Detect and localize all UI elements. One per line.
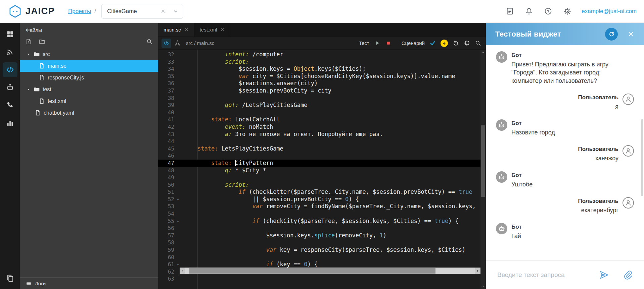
tree-file-chatbot.yaml[interactable]: chatbot.yaml <box>20 107 158 119</box>
code-token: $reactions.answer(city) <box>239 80 318 86</box>
code-line[interactable]: 42 event: noMatch <box>158 123 486 131</box>
code-line[interactable]: 55▾ if (checkCity($parseTree, $session.k… <box>158 218 486 225</box>
widget-close-icon[interactable] <box>627 31 635 38</box>
project-dropdown-icon[interactable] <box>173 8 179 14</box>
channels-icon[interactable] <box>3 45 17 59</box>
code-line[interactable]: 39 go!: /LetsPlayCitiesGame <box>158 102 486 109</box>
horizontal-scrollbar[interactable] <box>180 268 480 274</box>
projects-link[interactable]: Проекты <box>68 8 91 15</box>
project-clear-icon[interactable] <box>160 9 166 14</box>
code-line[interactable]: 38 <box>158 95 486 102</box>
fold-toggle-icon[interactable]: ▾ <box>177 196 179 204</box>
tab-close-icon[interactable] <box>184 27 189 32</box>
account-email-link[interactable]: example@just-ai.com <box>582 8 637 15</box>
code-line[interactable]: 57 $session.keys.splice(removeCity, 1) <box>158 232 486 239</box>
scroll-up-icon[interactable] <box>480 50 486 55</box>
code-line[interactable]: 60 <box>158 254 486 261</box>
tab-close-icon[interactable] <box>220 27 225 32</box>
attach-file-icon[interactable] <box>623 270 633 280</box>
horizontal-scroll-thumb[interactable] <box>189 268 435 274</box>
dashboard-icon[interactable] <box>3 27 17 42</box>
code-line[interactable]: 56 <box>158 225 486 232</box>
files-search-icon[interactable] <box>146 38 153 45</box>
code-line[interactable]: 32 intent: /computer <box>158 51 486 58</box>
code-line[interactable]: 63 <box>158 275 486 283</box>
line-number: 45 <box>158 145 180 153</box>
knowledge-base-icon[interactable] <box>3 271 17 286</box>
code-token <box>184 246 266 253</box>
code-line[interactable]: 44 <box>158 138 486 145</box>
code-line[interactable]: 45 state: LetsPlayCitiesGame <box>158 145 486 153</box>
jaicp-logo[interactable]: JAICP <box>8 4 55 19</box>
widget-refresh-button[interactable] <box>605 28 618 41</box>
vertical-scroll-track[interactable] <box>480 55 486 284</box>
code-line[interactable]: 35 var city = $Cities[chooseRandCityKey(… <box>158 73 486 80</box>
code-line[interactable]: 52▾ || $session.prevBotCity == 0) { <box>158 196 486 203</box>
deploy-button[interactable] <box>441 40 448 47</box>
chat-scrollbar[interactable] <box>641 119 643 196</box>
code-line[interactable]: 46 <box>158 152 486 160</box>
scroll-left-icon[interactable] <box>180 268 185 274</box>
code-line[interactable]: 47 state: CityPattern <box>158 160 486 167</box>
code-line[interactable]: 51 if (checkLetter($parseTree._City.name… <box>158 188 486 196</box>
fold-toggle-icon[interactable]: ▾ <box>177 261 179 269</box>
vertical-scrollbar[interactable] <box>480 50 486 289</box>
tree-file-responseCity.js[interactable]: responseCity.js <box>20 72 158 83</box>
undo-button[interactable] <box>453 40 459 46</box>
code-line[interactable]: 40 <box>158 109 486 116</box>
tab-test.xml[interactable]: test.xml <box>194 23 231 37</box>
new-file-icon[interactable] <box>25 38 32 45</box>
scroll-down-icon[interactable] <box>480 284 486 289</box>
code-line[interactable]: 37 $session.prevBotCity = city <box>158 87 486 95</box>
code-line[interactable]: 49 <box>158 174 486 181</box>
code-line[interactable]: 61▾ if (key == 0) { <box>158 261 486 268</box>
code-line[interactable]: 50 script: <box>158 181 486 189</box>
tree-folder-test[interactable]: test <box>20 83 158 95</box>
tree-folder-src[interactable]: src <box>20 48 158 60</box>
tree-file-main.sc[interactable]: main.sc <box>20 60 158 72</box>
test-stop-button[interactable] <box>385 40 392 46</box>
scroll-right-icon[interactable] <box>475 268 480 274</box>
visual-editor-toggle[interactable] <box>174 40 181 46</box>
new-folder-icon[interactable] <box>39 38 45 45</box>
chat-message-user: Пользовательекатеринбург <box>496 197 634 214</box>
chat-input[interactable] <box>497 271 586 279</box>
code-token: Это не похоже на ответ. Попробуйте еще р… <box>232 131 383 137</box>
message-author: Бот <box>511 224 522 230</box>
notifications-icon[interactable] <box>525 7 533 15</box>
code-line[interactable]: 48 q: * $City * <box>158 167 486 174</box>
code-line[interactable]: 43 a: Это не похоже на ответ. Попробуйте… <box>158 131 486 138</box>
help-icon[interactable] <box>544 7 552 15</box>
code-line[interactable]: 34 $session.keys = Object.keys($Cities); <box>158 65 486 73</box>
editor-settings-button[interactable] <box>464 40 470 46</box>
project-selector[interactable]: CitiesGame <box>101 4 183 19</box>
code-token <box>184 160 211 166</box>
code-line[interactable]: 54 <box>158 210 486 218</box>
analytics-icon[interactable] <box>3 116 17 130</box>
send-message-icon[interactable] <box>599 270 609 280</box>
bot-avatar <box>496 223 507 234</box>
code-area[interactable]: 32 intent: /computer33 script:34 $sessio… <box>158 50 486 289</box>
test-run-button[interactable] <box>374 40 380 46</box>
code-editor-icon[interactable] <box>3 62 17 77</box>
chatbot-icon[interactable] <box>3 80 17 95</box>
tab-main.sc[interactable]: main.sc <box>158 23 194 37</box>
telephony-icon[interactable] <box>3 98 17 113</box>
code-line[interactable]: 53 var removeCity = findByName($parseTre… <box>158 203 486 210</box>
tree-file-test.xml[interactable]: test.xml <box>20 95 158 107</box>
editor-search-button[interactable] <box>475 40 481 46</box>
code-line[interactable]: 36 $reactions.answer(city) <box>158 80 486 87</box>
code-line[interactable]: 59 var key = responseCity($parseTree, $s… <box>158 246 486 254</box>
settings-icon[interactable] <box>563 7 571 15</box>
code-line[interactable]: 41 state: LocalCatchAll <box>158 116 486 123</box>
code-line[interactable]: 58 <box>158 239 486 246</box>
code-line[interactable]: 33 script: <box>158 58 486 66</box>
horizontal-scroll-track[interactable] <box>185 268 475 274</box>
vertical-scroll-thumb[interactable] <box>481 125 485 197</box>
logs-toggle[interactable]: Логи <box>20 277 158 289</box>
fold-toggle-icon[interactable]: ▾ <box>177 218 179 225</box>
changelog-icon[interactable] <box>506 7 514 15</box>
code-view-toggle[interactable] <box>162 39 171 48</box>
code-token: Object <box>294 65 314 72</box>
file-icon <box>39 63 45 69</box>
